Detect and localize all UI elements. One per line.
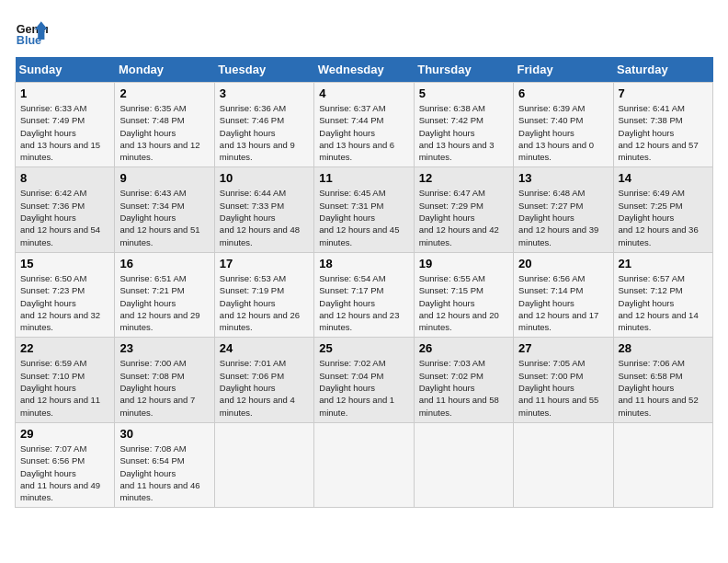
- calendar-day-cell: 7 Sunrise: 6:41 AMSunset: 7:38 PMDayligh…: [613, 83, 712, 167]
- day-info: Sunrise: 6:55 AMSunset: 7:15 PMDaylight …: [419, 273, 499, 332]
- day-info: Sunrise: 6:42 AMSunset: 7:36 PMDaylight …: [20, 188, 100, 247]
- day-number: 26: [419, 341, 508, 355]
- calendar-day-cell: 1 Sunrise: 6:33 AMSunset: 7:49 PMDayligh…: [16, 83, 115, 167]
- calendar-day-cell: 30 Sunrise: 7:08 AMSunset: 6:54 PMDaylig…: [115, 422, 214, 507]
- day-number: 23: [119, 341, 209, 355]
- day-info: Sunrise: 6:37 AMSunset: 7:44 PMDaylight …: [319, 103, 394, 162]
- calendar-day-cell: [214, 422, 313, 507]
- day-number: 16: [119, 257, 209, 270]
- day-number: 6: [518, 86, 608, 100]
- day-info: Sunrise: 6:56 AMSunset: 7:14 PMDaylight …: [518, 273, 598, 332]
- day-info: Sunrise: 7:01 AMSunset: 7:06 PMDaylight …: [220, 358, 295, 417]
- calendar-day-cell: 3 Sunrise: 6:36 AMSunset: 7:46 PMDayligh…: [214, 83, 313, 167]
- calendar-day-cell: 19 Sunrise: 6:55 AMSunset: 7:15 PMDaylig…: [414, 252, 513, 337]
- calendar-day-cell: 23 Sunrise: 7:00 AMSunset: 7:08 PMDaylig…: [115, 338, 214, 422]
- day-info: Sunrise: 6:47 AMSunset: 7:29 PMDaylight …: [419, 188, 499, 247]
- day-of-week-header: Tuesday: [214, 57, 313, 83]
- day-number: 12: [419, 171, 508, 185]
- day-number: 27: [518, 341, 608, 355]
- day-number: 15: [20, 257, 109, 270]
- day-info: Sunrise: 6:54 AMSunset: 7:17 PMDaylight …: [319, 273, 399, 332]
- calendar-day-cell: 8 Sunrise: 6:42 AMSunset: 7:36 PMDayligh…: [16, 167, 115, 252]
- calendar-day-cell: 5 Sunrise: 6:38 AMSunset: 7:42 PMDayligh…: [414, 83, 513, 167]
- day-number: 2: [119, 86, 209, 100]
- day-number: 5: [419, 86, 508, 100]
- calendar-header-row: SundayMondayTuesdayWednesdayThursdayFrid…: [16, 57, 713, 83]
- day-number: 30: [119, 427, 209, 441]
- day-info: Sunrise: 7:07 AMSunset: 6:56 PMDaylight …: [20, 443, 100, 502]
- calendar-week-row: 22 Sunrise: 6:59 AMSunset: 7:10 PMDaylig…: [16, 338, 713, 422]
- calendar-day-cell: 6 Sunrise: 6:39 AMSunset: 7:40 PMDayligh…: [514, 83, 613, 167]
- day-info: Sunrise: 7:00 AMSunset: 7:08 PMDaylight …: [119, 358, 195, 417]
- calendar-day-cell: 17 Sunrise: 6:53 AMSunset: 7:19 PMDaylig…: [214, 252, 313, 337]
- day-info: Sunrise: 6:45 AMSunset: 7:31 PMDaylight …: [319, 188, 399, 247]
- day-info: Sunrise: 7:02 AMSunset: 7:04 PMDaylight …: [319, 358, 394, 417]
- day-info: Sunrise: 6:53 AMSunset: 7:19 PMDaylight …: [220, 273, 300, 332]
- calendar-day-cell: 4 Sunrise: 6:37 AMSunset: 7:44 PMDayligh…: [314, 83, 414, 167]
- day-info: Sunrise: 6:48 AMSunset: 7:27 PMDaylight …: [518, 188, 598, 247]
- day-number: 4: [319, 86, 408, 100]
- day-of-week-header: Thursday: [414, 57, 513, 83]
- day-info: Sunrise: 6:39 AMSunset: 7:40 PMDaylight …: [518, 103, 594, 162]
- calendar-day-cell: 14 Sunrise: 6:49 AMSunset: 7:25 PMDaylig…: [613, 167, 712, 252]
- calendar-day-cell: [514, 422, 613, 507]
- calendar-week-row: 1 Sunrise: 6:33 AMSunset: 7:49 PMDayligh…: [16, 83, 713, 167]
- day-info: Sunrise: 6:38 AMSunset: 7:42 PMDaylight …: [419, 103, 495, 162]
- calendar-day-cell: 28 Sunrise: 7:06 AMSunset: 6:58 PMDaylig…: [613, 338, 712, 422]
- calendar-day-cell: [613, 422, 712, 507]
- day-number: 21: [619, 257, 708, 270]
- day-number: 11: [319, 171, 408, 185]
- calendar-day-cell: 2 Sunrise: 6:35 AMSunset: 7:48 PMDayligh…: [115, 83, 214, 167]
- day-number: 22: [20, 341, 109, 355]
- day-of-week-header: Monday: [115, 57, 214, 83]
- day-info: Sunrise: 6:57 AMSunset: 7:12 PMDaylight …: [619, 273, 699, 332]
- calendar-day-cell: 25 Sunrise: 7:02 AMSunset: 7:04 PMDaylig…: [314, 338, 414, 422]
- calendar-day-cell: 16 Sunrise: 6:51 AMSunset: 7:21 PMDaylig…: [115, 252, 214, 337]
- day-info: Sunrise: 6:41 AMSunset: 7:38 PMDaylight …: [619, 103, 699, 162]
- day-info: Sunrise: 6:35 AMSunset: 7:48 PMDaylight …: [119, 103, 199, 162]
- calendar-day-cell: 12 Sunrise: 6:47 AMSunset: 7:29 PMDaylig…: [414, 167, 513, 252]
- day-of-week-header: Sunday: [16, 57, 115, 83]
- logo: General Blue: [15, 15, 48, 48]
- calendar-day-cell: 11 Sunrise: 6:45 AMSunset: 7:31 PMDaylig…: [314, 167, 414, 252]
- calendar-day-cell: 27 Sunrise: 7:05 AMSunset: 7:00 PMDaylig…: [514, 338, 613, 422]
- day-number: 8: [20, 171, 109, 185]
- calendar-day-cell: 20 Sunrise: 6:56 AMSunset: 7:14 PMDaylig…: [514, 252, 613, 337]
- svg-text:Blue: Blue: [17, 34, 41, 47]
- day-info: Sunrise: 7:05 AMSunset: 7:00 PMDaylight …: [518, 358, 598, 417]
- day-number: 19: [419, 257, 508, 270]
- calendar-day-cell: 26 Sunrise: 7:03 AMSunset: 7:02 PMDaylig…: [414, 338, 513, 422]
- day-number: 7: [619, 86, 708, 100]
- day-number: 17: [220, 257, 309, 270]
- calendar-week-row: 15 Sunrise: 6:50 AMSunset: 7:23 PMDaylig…: [16, 252, 713, 337]
- logo-icon: General Blue: [15, 15, 48, 48]
- day-info: Sunrise: 6:59 AMSunset: 7:10 PMDaylight …: [20, 358, 100, 417]
- calendar-day-cell: 29 Sunrise: 7:07 AMSunset: 6:56 PMDaylig…: [16, 422, 115, 507]
- day-number: 3: [220, 86, 309, 100]
- day-info: Sunrise: 6:36 AMSunset: 7:46 PMDaylight …: [220, 103, 295, 162]
- day-info: Sunrise: 6:49 AMSunset: 7:25 PMDaylight …: [619, 188, 699, 247]
- calendar-week-row: 29 Sunrise: 7:07 AMSunset: 6:56 PMDaylig…: [16, 422, 713, 507]
- day-info: Sunrise: 6:43 AMSunset: 7:34 PMDaylight …: [119, 188, 199, 247]
- day-of-week-header: Friday: [514, 57, 613, 83]
- day-number: 10: [220, 171, 309, 185]
- day-number: 18: [319, 257, 408, 270]
- calendar-day-cell: 15 Sunrise: 6:50 AMSunset: 7:23 PMDaylig…: [16, 252, 115, 337]
- calendar-day-cell: 21 Sunrise: 6:57 AMSunset: 7:12 PMDaylig…: [613, 252, 712, 337]
- calendar-day-cell: 9 Sunrise: 6:43 AMSunset: 7:34 PMDayligh…: [115, 167, 214, 252]
- page-header: General Blue: [15, 15, 713, 48]
- calendar-day-cell: 24 Sunrise: 7:01 AMSunset: 7:06 PMDaylig…: [214, 338, 313, 422]
- day-info: Sunrise: 6:33 AMSunset: 7:49 PMDaylight …: [20, 103, 100, 162]
- day-of-week-header: Saturday: [613, 57, 712, 83]
- day-info: Sunrise: 6:50 AMSunset: 7:23 PMDaylight …: [20, 273, 100, 332]
- day-of-week-header: Wednesday: [314, 57, 414, 83]
- day-number: 29: [20, 427, 109, 441]
- calendar-body: 1 Sunrise: 6:33 AMSunset: 7:49 PMDayligh…: [16, 83, 713, 508]
- calendar-day-cell: 22 Sunrise: 6:59 AMSunset: 7:10 PMDaylig…: [16, 338, 115, 422]
- calendar-table: SundayMondayTuesdayWednesdayThursdayFrid…: [15, 57, 713, 508]
- day-number: 13: [518, 171, 608, 185]
- day-info: Sunrise: 7:08 AMSunset: 6:54 PMDaylight …: [119, 443, 199, 502]
- calendar-week-row: 8 Sunrise: 6:42 AMSunset: 7:36 PMDayligh…: [16, 167, 713, 252]
- day-info: Sunrise: 6:51 AMSunset: 7:21 PMDaylight …: [119, 273, 199, 332]
- day-number: 9: [119, 171, 209, 185]
